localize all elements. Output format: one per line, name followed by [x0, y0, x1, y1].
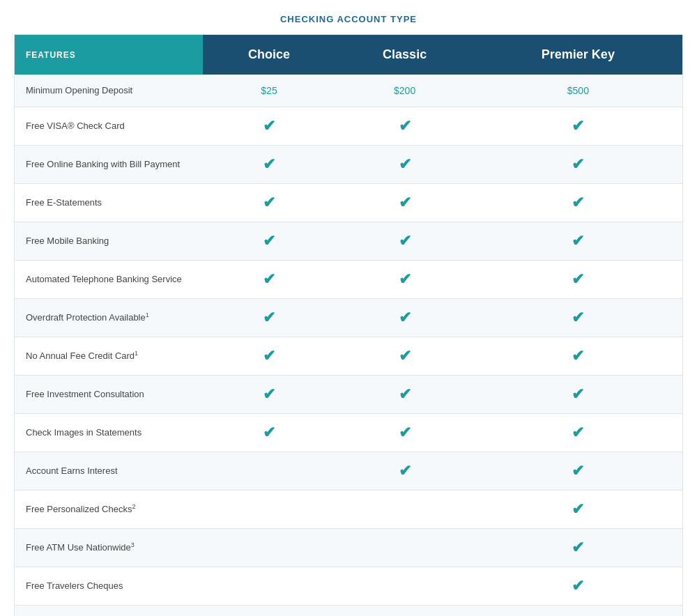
check-icon: ✔ [263, 309, 275, 326]
check-icon: ✔ [399, 347, 411, 364]
feature-value-classic: ✔ [336, 261, 474, 299]
feature-value-classic: ✔ [336, 299, 474, 337]
feature-value-choice: ✔ [203, 337, 336, 376]
feature-value-choice: $25 [203, 75, 336, 107]
column-choice: Choice [203, 35, 336, 75]
feature-label: No Annual Fee Credit Card1 [15, 337, 203, 376]
feature-value-choice [203, 491, 336, 529]
features-header: FEATURES [15, 35, 203, 75]
check-icon: ✔ [572, 577, 584, 594]
feature-value-classic: ✔ [336, 452, 474, 491]
check-icon: ✔ [263, 270, 275, 288]
check-icon: ✔ [263, 117, 275, 134]
feature-value-classic: $200 [336, 75, 474, 107]
check-icon: ✔ [263, 232, 275, 249]
feature-value-premierKey: ✔ [474, 184, 683, 222]
check-icon: ✔ [572, 117, 584, 134]
check-icon: ✔ [399, 194, 411, 211]
check-icon: ✔ [399, 232, 411, 249]
check-icon: ✔ [399, 270, 411, 288]
table-body: Minimum Opening Deposit$25$200$500Free V… [15, 75, 683, 616]
check-icon: ✔ [572, 424, 584, 441]
check-icon: ✔ [572, 385, 584, 403]
check-icon: ✔ [263, 385, 275, 403]
feature-label: Free VISA® Check Card [15, 107, 203, 146]
table-row: Free Investment Consultation✔✔✔ [15, 376, 683, 414]
feature-value-premierKey: ✔ [474, 606, 683, 616]
table-row: Free Online Banking with Bill Payment✔✔✔ [15, 146, 683, 184]
check-icon: ✔ [572, 155, 584, 173]
table-row: Free E-Statements✔✔✔ [15, 184, 683, 222]
feature-value-choice: ✔ [203, 107, 336, 146]
feature-value-choice: ✔ [203, 184, 336, 222]
table-row: Free Travelers Cheques✔ [15, 567, 683, 606]
feature-value-premierKey: ✔ [474, 299, 683, 337]
deposit-value: $200 [394, 85, 415, 96]
feature-value-classic: ✔ [336, 146, 474, 184]
check-icon: ✔ [572, 347, 584, 364]
feature-value-choice: ✔ [203, 261, 336, 299]
check-icon: ✔ [263, 347, 275, 364]
check-icon: ✔ [263, 155, 275, 173]
check-icon: ✔ [263, 424, 275, 441]
feature-value-choice [203, 452, 336, 491]
feature-value-premierKey: ✔ [474, 146, 683, 184]
check-icon: ✔ [572, 270, 584, 288]
feature-value-premierKey: ✔ [474, 529, 683, 567]
deposit-value: $500 [567, 85, 589, 96]
check-icon: ✔ [399, 117, 411, 134]
feature-value-choice: ✔ [203, 376, 336, 414]
check-icon: ✔ [572, 500, 584, 518]
feature-label: Free E-Statements [15, 184, 203, 222]
feature-label: Free Online Banking with Bill Payment [15, 146, 203, 184]
check-icon: ✔ [572, 232, 584, 249]
feature-label: Free Notary Services [15, 606, 203, 616]
feature-label: Free Investment Consultation [15, 376, 203, 414]
table-row: Free Personalized Checks2✔ [15, 491, 683, 529]
feature-value-premierKey: ✔ [474, 491, 683, 529]
check-icon: ✔ [572, 539, 584, 556]
check-icon: ✔ [263, 194, 275, 211]
check-icon: ✔ [399, 309, 411, 326]
table-row: Check Images in Statements✔✔✔ [15, 414, 683, 452]
feature-value-classic: ✔ [336, 184, 474, 222]
check-icon: ✔ [399, 155, 411, 173]
check-icon: ✔ [399, 462, 411, 479]
section-title: CHECKING ACCOUNT TYPE [14, 14, 683, 24]
feature-value-classic: ✔ [336, 414, 474, 452]
feature-value-classic [336, 606, 474, 616]
feature-value-choice: ✔ [203, 414, 336, 452]
feature-value-choice [203, 529, 336, 567]
feature-label: Free Travelers Cheques [15, 567, 203, 606]
feature-label: Free Personalized Checks2 [15, 491, 203, 529]
check-icon: ✔ [399, 424, 411, 441]
feature-value-premierKey: ✔ [474, 107, 683, 146]
feature-value-premierKey: ✔ [474, 414, 683, 452]
column-premier-key: Premier Key [474, 35, 683, 75]
feature-label: Free Mobile Banking [15, 222, 203, 261]
feature-value-choice: ✔ [203, 146, 336, 184]
feature-value-premierKey: $500 [474, 75, 683, 107]
table-row: No Annual Fee Credit Card1✔✔✔ [15, 337, 683, 376]
feature-value-premierKey: ✔ [474, 261, 683, 299]
feature-value-classic [336, 491, 474, 529]
feature-label: Automated Telephone Banking Service [15, 261, 203, 299]
feature-value-choice: ✔ [203, 222, 336, 261]
table-row: Account Earns Interest✔✔ [15, 452, 683, 491]
feature-label: Free ATM Use Nationwide3 [15, 529, 203, 567]
check-icon: ✔ [572, 462, 584, 479]
feature-label: Minimum Opening Deposit [15, 75, 203, 107]
table-row: Overdraft Protection Available1✔✔✔ [15, 299, 683, 337]
feature-value-classic: ✔ [336, 107, 474, 146]
check-icon: ✔ [572, 194, 584, 211]
table-row: Minimum Opening Deposit$25$200$500 [15, 75, 683, 107]
feature-value-premierKey: ✔ [474, 567, 683, 606]
feature-value-premierKey: ✔ [474, 337, 683, 376]
feature-value-premierKey: ✔ [474, 376, 683, 414]
feature-value-premierKey: ✔ [474, 452, 683, 491]
feature-value-classic: ✔ [336, 337, 474, 376]
feature-label: Check Images in Statements [15, 414, 203, 452]
table-row: Free ATM Use Nationwide3✔ [15, 529, 683, 567]
table-row: Free Mobile Banking✔✔✔ [15, 222, 683, 261]
check-icon: ✔ [572, 309, 584, 326]
